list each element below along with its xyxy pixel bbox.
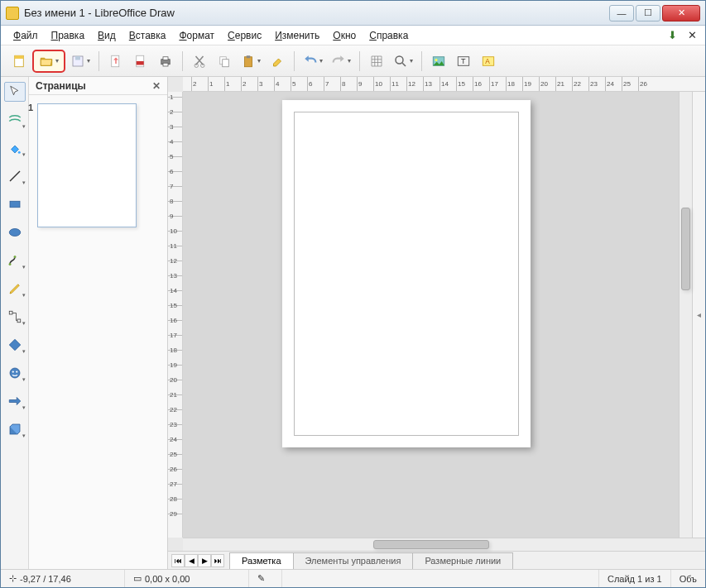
- svg-point-16: [396, 56, 403, 64]
- horizontal-scrollbar[interactable]: [183, 538, 705, 551]
- window-title: Без имени 1 - LibreOffice Draw: [24, 7, 609, 19]
- drawing-page[interactable]: [282, 100, 531, 447]
- line-tool[interactable]: ▾: [4, 166, 26, 186]
- svg-rect-3: [75, 56, 80, 60]
- menu-edit[interactable]: Правка: [46, 27, 91, 44]
- svg-point-25: [9, 229, 21, 237]
- vertical-scrollbar[interactable]: [679, 92, 692, 538]
- horizontal-ruler[interactable]: 2112345678910111213141516171819202122232…: [183, 77, 705, 92]
- maximize-button[interactable]: ☐: [636, 5, 660, 22]
- tab-prev-button[interactable]: ◀: [185, 554, 198, 567]
- page-thumbnail[interactable]: 1: [37, 103, 137, 227]
- canvas[interactable]: [183, 92, 679, 538]
- cut-button[interactable]: [188, 50, 211, 73]
- svg-rect-28: [9, 311, 12, 314]
- main-toolbar: ▾ ▾ ▾ ▾ ▾ ▾ T A: [1, 45, 705, 77]
- svg-rect-15: [247, 55, 251, 58]
- save-button[interactable]: ▾: [67, 50, 94, 73]
- ellipse-tool[interactable]: [4, 222, 26, 242]
- menu-view[interactable]: Вид: [92, 27, 122, 44]
- menu-tools[interactable]: Сервис: [222, 27, 267, 44]
- svg-point-30: [10, 368, 20, 378]
- tab-nav: ⏮ ◀ ▶ ⏭: [171, 554, 224, 567]
- titlebar: Без имени 1 - LibreOffice Draw — ☐ ✕: [1, 1, 705, 26]
- status-object: Объ: [671, 570, 705, 587]
- layer-tabbar: ⏮ ◀ ▶ ⏭ Разметка Элементы управления Раз…: [168, 551, 705, 569]
- drawing-toolbar: ▾ ▾ ▾ ▾ ▾ ▾ ▾ ▾ ▾ ▾: [1, 77, 29, 569]
- svg-rect-9: [163, 63, 168, 66]
- menu-file[interactable]: Файл: [7, 27, 44, 44]
- pages-panel-title: Страницы: [36, 80, 86, 92]
- tab-layout[interactable]: Разметка: [229, 552, 294, 569]
- svg-point-31: [12, 370, 13, 372]
- curve-tool[interactable]: ▾: [4, 251, 26, 270]
- pages-panel-header: Страницы ✕: [29, 77, 167, 95]
- fill-color-tool[interactable]: ▾: [4, 138, 26, 158]
- svg-text:T: T: [461, 57, 466, 65]
- svg-rect-24: [10, 201, 20, 208]
- export-pdf-button[interactable]: [129, 50, 152, 73]
- menu-window[interactable]: Окно: [327, 27, 362, 44]
- app-icon: [6, 7, 19, 20]
- export-button[interactable]: [104, 50, 127, 73]
- pencil-tool[interactable]: ▾: [4, 279, 26, 299]
- zoom-button[interactable]: ▾: [390, 50, 416, 73]
- page-thumbnails: 1: [29, 95, 167, 569]
- open-button[interactable]: ▾: [32, 50, 65, 73]
- close-button[interactable]: ✕: [662, 5, 700, 22]
- menu-format[interactable]: Формат: [173, 27, 220, 44]
- window-controls: — ☐ ✕: [609, 5, 700, 22]
- menubar: Файл Правка Вид Вставка Формат Сервис Из…: [1, 26, 705, 45]
- status-slides: Слайд 1 из 1: [599, 570, 671, 587]
- close-panel-icon[interactable]: ✕: [152, 80, 161, 92]
- line-color-tool[interactable]: ▾: [4, 110, 26, 130]
- rectangle-tool[interactable]: [4, 194, 26, 214]
- paste-button[interactable]: ▾: [238, 50, 264, 73]
- svg-rect-13: [223, 59, 229, 66]
- status-signature[interactable]: ✎: [249, 570, 282, 587]
- tab-next-button[interactable]: ▶: [198, 554, 211, 567]
- select-tool[interactable]: [4, 82, 26, 102]
- svg-rect-8: [163, 56, 168, 60]
- tab-first-button[interactable]: ⏮: [171, 554, 185, 567]
- menu-modify[interactable]: Изменить: [269, 27, 325, 44]
- fontwork-button[interactable]: A: [477, 50, 500, 73]
- workspace: ▾ ▾ ▾ ▾ ▾ ▾ ▾ ▾ ▾ ▾ Страницы ✕ 1: [1, 77, 705, 569]
- format-paintbrush-button[interactable]: [266, 50, 289, 73]
- svg-rect-29: [17, 319, 21, 323]
- close-doc-icon[interactable]: ✕: [685, 29, 699, 42]
- svg-point-18: [435, 59, 438, 61]
- canvas-area: 2112345678910111213141516171819202122232…: [168, 77, 705, 569]
- symbol-shapes-tool[interactable]: ▾: [4, 363, 26, 383]
- copy-button[interactable]: [213, 50, 236, 73]
- svg-rect-14: [245, 56, 252, 66]
- page-number: 1: [28, 103, 33, 112]
- vertical-ruler[interactable]: 1234567891011121314151617181920212223242…: [168, 92, 183, 538]
- redo-button[interactable]: ▾: [328, 50, 354, 73]
- tab-last-button[interactable]: ⏭: [211, 554, 224, 567]
- status-size: ▭0,00 x 0,00: [125, 570, 249, 587]
- connector-tool[interactable]: ▾: [4, 307, 26, 327]
- svg-text:A: A: [485, 58, 490, 65]
- arrow-shapes-tool[interactable]: ▾: [4, 391, 26, 411]
- svg-point-27: [13, 256, 16, 258]
- svg-rect-6: [137, 61, 144, 65]
- right-sidebar-toggle[interactable]: ◂: [692, 92, 705, 538]
- print-button[interactable]: [154, 50, 177, 73]
- text-box-button[interactable]: T: [452, 50, 475, 73]
- menu-insert[interactable]: Вставка: [123, 27, 172, 44]
- grid-button[interactable]: [365, 50, 388, 73]
- basic-shapes-tool[interactable]: ▾: [4, 335, 26, 355]
- download-icon[interactable]: ⬇: [665, 29, 679, 42]
- tab-dimlines[interactable]: Размерные линии: [412, 552, 513, 569]
- svg-point-26: [8, 263, 11, 265]
- menu-help[interactable]: Справка: [363, 27, 414, 44]
- tab-controls[interactable]: Элементы управления: [293, 552, 414, 569]
- svg-point-23: [17, 151, 20, 154]
- minimize-button[interactable]: —: [609, 5, 634, 22]
- undo-button[interactable]: ▾: [300, 50, 326, 73]
- new-doc-button[interactable]: [7, 50, 31, 73]
- status-coordinates: ⊹-9,27 / 17,46: [1, 570, 125, 587]
- 3d-shapes-tool[interactable]: ▾: [4, 419, 26, 439]
- insert-image-button[interactable]: [427, 50, 450, 73]
